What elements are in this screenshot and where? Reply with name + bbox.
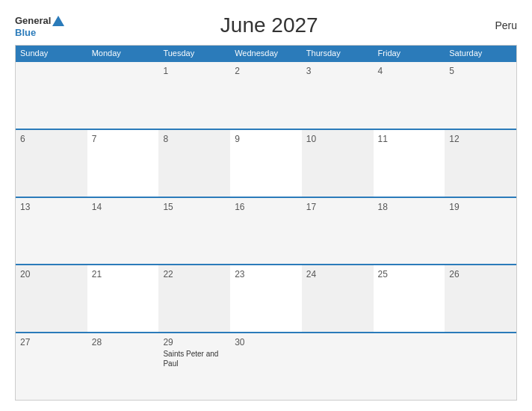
day-cell: 25 bbox=[374, 265, 445, 332]
day-cell: 30 bbox=[230, 333, 302, 400]
day-cell: 18 bbox=[374, 198, 445, 265]
day-cell: 28 bbox=[87, 333, 159, 400]
day-cell: 12 bbox=[445, 130, 516, 197]
header-tuesday: Tuesday bbox=[158, 46, 230, 61]
day-cell bbox=[445, 333, 516, 400]
logo-blue-text: Blue bbox=[15, 28, 36, 37]
saints-peter-paul-event: Saints Peter and Paul bbox=[163, 349, 226, 368]
logo: General Blue bbox=[15, 14, 66, 37]
day-cell: 10 bbox=[302, 130, 374, 197]
week-3: 13 14 15 16 17 18 19 bbox=[16, 197, 516, 265]
header-wednesday: Wednesday bbox=[230, 46, 302, 61]
header-friday: Friday bbox=[374, 46, 445, 61]
day-cell bbox=[16, 62, 87, 129]
day-cell: 14 bbox=[87, 198, 159, 265]
day-cell bbox=[302, 333, 374, 400]
day-cell: 5 bbox=[445, 62, 516, 129]
page-title: June 2027 bbox=[66, 13, 472, 37]
week-1: 1 2 3 4 5 bbox=[16, 61, 516, 129]
day-cell: 19 bbox=[445, 198, 516, 265]
logo-general-text: General bbox=[15, 16, 51, 25]
day-cell: 2 bbox=[230, 62, 302, 129]
day-cell: 20 bbox=[16, 265, 87, 332]
country-label: Peru bbox=[472, 19, 517, 31]
week-5: 27 28 29 Saints Peter and Paul 30 bbox=[16, 332, 516, 400]
day-cell: 13 bbox=[16, 198, 87, 265]
calendar-header: Sunday Monday Tuesday Wednesday Thursday… bbox=[16, 46, 516, 61]
day-cell: 7 bbox=[87, 130, 159, 197]
day-cell: 6 bbox=[16, 130, 87, 197]
calendar-page: General Blue June 2027 Peru Sunday Monda… bbox=[0, 0, 532, 411]
svg-marker-0 bbox=[52, 16, 64, 26]
day-29-cell: 29 Saints Peter and Paul bbox=[158, 333, 230, 400]
logo-top-row: General bbox=[15, 14, 66, 28]
week-2: 6 7 8 9 10 11 12 bbox=[16, 129, 516, 197]
header-saturday: Saturday bbox=[445, 46, 516, 61]
header-monday: Monday bbox=[87, 46, 159, 61]
header-sunday: Sunday bbox=[16, 46, 87, 61]
day-cell: 17 bbox=[302, 198, 374, 265]
day-cell: 22 bbox=[158, 265, 230, 332]
logo-triangle-icon bbox=[52, 14, 65, 28]
day-cell: 9 bbox=[230, 130, 302, 197]
header-thursday: Thursday bbox=[302, 46, 374, 61]
day-cell bbox=[87, 62, 159, 129]
day-cell bbox=[374, 333, 445, 400]
logo-block: General Blue bbox=[15, 14, 66, 37]
day-cell: 24 bbox=[302, 265, 374, 332]
day-cell: 16 bbox=[230, 198, 302, 265]
week-4: 20 21 22 23 24 25 26 bbox=[16, 264, 516, 332]
day-cell: 11 bbox=[374, 130, 445, 197]
day-cell: 23 bbox=[230, 265, 302, 332]
day-cell: 15 bbox=[158, 198, 230, 265]
day-cell: 27 bbox=[16, 333, 87, 400]
day-cell: 21 bbox=[87, 265, 159, 332]
day-cell: 4 bbox=[374, 62, 445, 129]
day-cell: 3 bbox=[302, 62, 374, 129]
day-cell: 1 bbox=[158, 62, 230, 129]
page-header: General Blue June 2027 Peru bbox=[15, 13, 517, 37]
calendar: Sunday Monday Tuesday Wednesday Thursday… bbox=[15, 45, 517, 401]
day-cell: 26 bbox=[445, 265, 516, 332]
calendar-body: 1 2 3 4 5 6 7 8 9 10 11 12 13 14 15 bbox=[16, 61, 516, 400]
day-cell: 8 bbox=[158, 130, 230, 197]
